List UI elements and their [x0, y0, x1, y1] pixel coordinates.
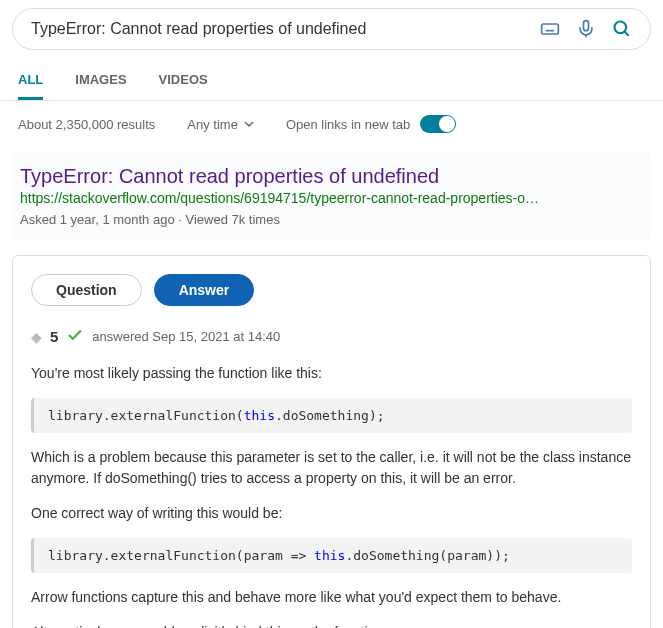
result-count: About 2,350,000 results	[18, 117, 155, 132]
vote-score: 5	[50, 328, 58, 345]
tab-images[interactable]: IMAGES	[75, 62, 126, 100]
answer-paragraph: One correct way of writing this would be…	[31, 503, 632, 524]
svg-line-9	[625, 32, 629, 36]
answer-box: Question Answer ◆ 5 answered Sep 15, 202…	[12, 255, 651, 628]
vote-diamond-icon: ◆	[31, 329, 42, 345]
result-meta: Asked 1 year, 1 month ago · Viewed 7k ti…	[20, 212, 643, 227]
svg-rect-6	[584, 21, 589, 31]
answer-pill[interactable]: Answer	[154, 274, 255, 306]
open-new-tab-toggle: Open links in new tab	[286, 115, 456, 133]
vote-row: ◆ 5 answered Sep 15, 2021 at 14:40	[31, 326, 632, 347]
search-input[interactable]	[31, 20, 540, 38]
open-new-tab-label: Open links in new tab	[286, 117, 410, 132]
search-bar	[12, 8, 651, 50]
code-block: library.externalFunction(param => this.d…	[31, 538, 632, 573]
search-icon[interactable]	[612, 19, 632, 39]
answered-date: answered Sep 15, 2021 at 14:40	[92, 329, 280, 344]
answer-paragraph: Which is a problem because this paramete…	[31, 447, 632, 489]
answer-body: You're most likely passing the function …	[31, 363, 632, 628]
question-pill[interactable]: Question	[31, 274, 142, 306]
tab-videos[interactable]: VIDEOS	[159, 62, 208, 100]
keyboard-icon[interactable]	[540, 19, 560, 39]
accepted-check-icon	[66, 326, 84, 347]
toggle-switch[interactable]	[420, 115, 456, 133]
tabs: ALL IMAGES VIDEOS	[0, 62, 663, 101]
result-title[interactable]: TypeError: Cannot read properties of und…	[20, 165, 643, 188]
result-card: TypeError: Cannot read properties of und…	[12, 151, 651, 241]
result-url[interactable]: https://stackoverflow.com/questions/6919…	[20, 190, 643, 206]
pill-row: Question Answer	[31, 274, 632, 306]
svg-rect-0	[542, 24, 559, 34]
tab-all[interactable]: ALL	[18, 62, 43, 100]
chevron-down-icon	[244, 119, 254, 129]
answer-paragraph: Alternatively, one could explicitly bind…	[31, 622, 632, 628]
search-action-icons	[540, 19, 632, 39]
answer-paragraph: You're most likely passing the function …	[31, 363, 632, 384]
time-filter[interactable]: Any time	[187, 117, 254, 132]
svg-point-8	[615, 22, 627, 34]
time-filter-label: Any time	[187, 117, 238, 132]
answer-paragraph: Arrow functions capture this and behave …	[31, 587, 632, 608]
code-block: library.externalFunction(this.doSomethin…	[31, 398, 632, 433]
meta-bar: About 2,350,000 results Any time Open li…	[0, 101, 663, 147]
microphone-icon[interactable]	[576, 19, 596, 39]
